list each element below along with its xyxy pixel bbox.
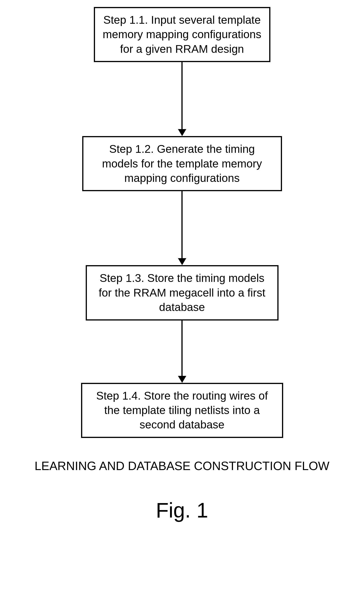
arrow-3 xyxy=(178,321,186,383)
arrow-2 xyxy=(178,191,186,265)
figure-label: Fig. 1 xyxy=(156,498,208,522)
arrow-1 xyxy=(178,62,186,136)
step-box-4: Step 1.4. Store the routing wires of the… xyxy=(81,383,283,438)
step-box-1: Step 1.1. Input several template memory … xyxy=(94,7,270,62)
step-box-2: Step 1.2. Generate the timing models for… xyxy=(82,136,282,191)
flowchart-caption: LEARNING AND DATABASE CONSTRUCTION FLOW xyxy=(35,459,329,473)
step-box-3: Step 1.3. Store the timing models for th… xyxy=(86,265,279,320)
flowchart-container: Step 1.1. Input several template memory … xyxy=(0,0,364,522)
